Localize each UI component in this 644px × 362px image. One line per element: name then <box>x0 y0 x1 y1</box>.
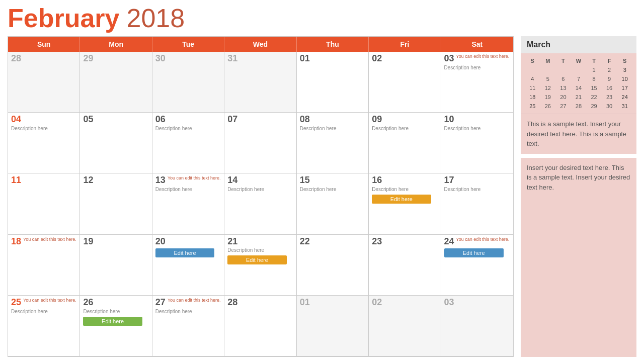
description-text: Description here <box>155 187 221 193</box>
mini-cal-cell: 9 <box>602 74 617 83</box>
cal-cell-row0-col0: 28 <box>8 52 80 113</box>
day-number: 30 <box>155 54 166 64</box>
mini-calendar: SMTWTFS 12345678910111213141516171819202… <box>521 53 636 114</box>
day-number: 04 <box>11 115 21 125</box>
day-top: 16 <box>372 175 437 186</box>
mini-cal-cell: 3 <box>617 65 632 74</box>
day-top: 12 <box>83 175 148 186</box>
day-number: 23 <box>372 237 382 247</box>
day-top: 09 <box>372 115 437 125</box>
col-wed: Wed <box>224 37 296 52</box>
day-top: 22 <box>300 237 365 247</box>
day-top: 17 <box>444 175 510 186</box>
edit-note: You can edit this text here. <box>168 175 221 181</box>
calendar-header: Sun Mon Tue Wed Thu Fri Sat <box>8 37 513 52</box>
day-number: 11 <box>11 175 21 186</box>
page-header: February 2018 <box>8 5 636 31</box>
day-top: 04 <box>11 115 76 125</box>
day-top: 30 <box>155 54 221 64</box>
mini-cal-header-cell: T <box>555 56 571 65</box>
cal-cell-row3-col2: 20Edit here <box>152 235 224 296</box>
cal-cell-row3-col6: 24You can edit this text here.Edit here <box>441 235 513 296</box>
day-top: 20 <box>155 237 221 247</box>
mini-cal-cell <box>540 65 556 74</box>
edit-button[interactable]: Edit here <box>155 248 214 257</box>
day-number: 02 <box>372 54 382 64</box>
col-thu: Thu <box>297 37 369 52</box>
mini-cal-header-cell: S <box>525 56 540 65</box>
cal-cell-row3-col0: 18You can edit this text here. <box>8 235 80 296</box>
cal-cell-row2-col1: 12 <box>80 173 152 234</box>
cal-cell-row0-col2: 30 <box>152 52 224 113</box>
mini-cal-grid: SMTWTFS 12345678910111213141516171819202… <box>525 56 632 111</box>
description-text: Description here <box>444 126 510 132</box>
description-text: Description here <box>11 309 76 315</box>
sidebar: March SMTWTFS 12345678910111213141516171… <box>521 36 636 357</box>
mini-cal-header-cell: M <box>540 56 556 65</box>
day-number: 12 <box>83 175 93 186</box>
day-top: 14 <box>227 175 293 186</box>
mini-cal-cell: 11 <box>525 83 540 93</box>
calendar-body: 28293031010203You can edit this text her… <box>8 52 513 356</box>
cal-cell-row4-col5: 02 <box>369 296 441 356</box>
description-text: Description here <box>300 187 365 193</box>
day-top: 28 <box>11 54 76 64</box>
col-fri: Fri <box>369 37 441 52</box>
day-number: 20 <box>155 237 166 247</box>
mini-cal-cell: 13 <box>555 83 571 93</box>
cal-cell-row2-col0: 11 <box>8 173 80 234</box>
day-top: 19 <box>83 237 148 247</box>
day-top: 21 <box>227 237 293 247</box>
header-year: 2018 <box>127 5 185 31</box>
cal-cell-row1-col5: 09Description here <box>369 113 441 173</box>
day-top: 02 <box>372 54 437 64</box>
mini-cal-row: 123 <box>525 65 632 74</box>
mini-cal-cell: 4 <box>525 74 540 83</box>
mini-cal-cell: 7 <box>571 74 587 83</box>
day-number: 19 <box>83 237 93 247</box>
cal-cell-row4-col6: 03 <box>441 296 513 356</box>
day-number: 02 <box>372 298 382 308</box>
mini-cal-header-cell: W <box>571 56 587 65</box>
mini-cal-cell: 16 <box>602 83 617 93</box>
description-text: Description here <box>444 187 510 193</box>
day-number: 14 <box>227 175 237 186</box>
cal-cell-row1-col2: 06Description here <box>152 113 224 173</box>
main-layout: Sun Mon Tue Wed Thu Fri Sat 282930310102… <box>8 36 636 357</box>
edit-note: You can edit this text here. <box>23 298 76 303</box>
day-number: 28 <box>227 298 237 308</box>
edit-button[interactable]: Edit here <box>372 195 431 204</box>
day-top: 18You can edit this text here. <box>11 237 76 247</box>
day-top: 28 <box>227 298 293 308</box>
calendar: Sun Mon Tue Wed Thu Fri Sat 282930310102… <box>8 36 514 357</box>
edit-note: You can edit this text here. <box>456 54 510 59</box>
description-text: Description here <box>227 187 293 193</box>
cal-cell-row1-col6: 10Description here <box>441 113 513 173</box>
cal-cell-row4-col4: 01 <box>297 296 369 356</box>
cal-cell-row2-col5: 16Description hereEdit here <box>369 173 441 234</box>
edit-button[interactable]: Edit here <box>227 255 286 264</box>
mini-cal-cell: 21 <box>571 93 587 102</box>
cal-cell-row3-col1: 19 <box>80 235 152 296</box>
cal-cell-row3-col4: 22 <box>297 235 369 296</box>
mini-cal-body: 1234567891011121314151617181920212223242… <box>525 65 632 111</box>
edit-button[interactable]: Edit here <box>83 317 142 326</box>
cal-cell-row1-col1: 05 <box>80 113 152 173</box>
mini-cal-cell <box>525 65 540 74</box>
cal-cell-row1-col4: 08Description here <box>297 113 369 173</box>
mini-cal-cell <box>571 65 587 74</box>
day-number: 09 <box>372 115 382 125</box>
day-top: 25You can edit this text here. <box>11 298 76 308</box>
edit-note: You can edit this text here. <box>168 298 221 303</box>
mini-cal-cell: 15 <box>586 83 602 93</box>
mini-cal-cell: 29 <box>586 102 602 111</box>
mini-cal-row: 25262728293031 <box>525 102 632 111</box>
day-top: 29 <box>83 54 148 64</box>
mini-cal-cell: 17 <box>617 83 632 93</box>
day-number: 22 <box>300 237 310 247</box>
day-number: 06 <box>155 115 166 125</box>
edit-note: You can edit this text here. <box>23 237 76 242</box>
day-number: 08 <box>300 115 310 125</box>
edit-button[interactable]: Edit here <box>444 248 504 257</box>
description-text: Description here <box>155 309 221 315</box>
